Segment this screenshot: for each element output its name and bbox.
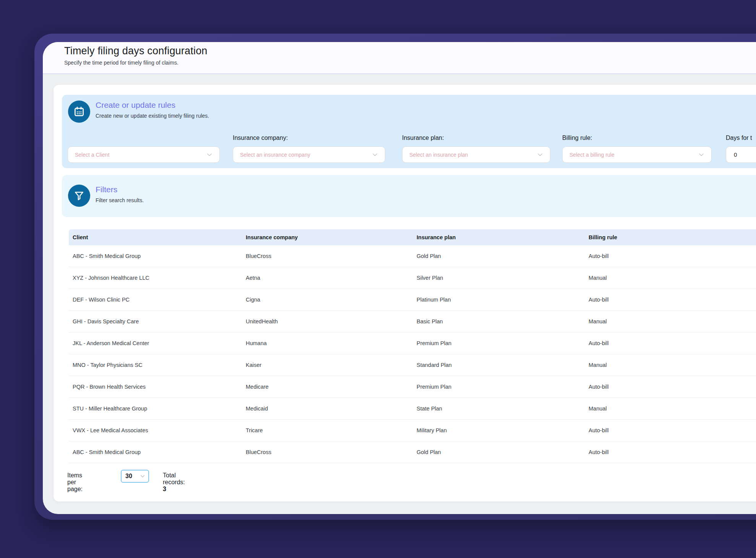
table-cell: Platinum Plan <box>413 297 585 303</box>
table-cell: Aetna <box>242 275 413 281</box>
table-cell: GHI - Davis Specialty Care <box>69 318 242 324</box>
client-select-placeholder: Select a Client <box>75 152 109 158</box>
chevron-down-icon <box>139 473 146 480</box>
table-cell: Medicare <box>242 384 413 390</box>
table-row: MNO - Taylor Physicians SCKaiserStandard… <box>69 354 756 376</box>
table-body: ABC - Smith Medical GroupBlueCrossGold P… <box>69 245 756 463</box>
table-cell: DEF - Wilson Clinic PC <box>69 297 242 303</box>
billing-rule-placeholder: Select a billing rule <box>569 152 615 158</box>
insurance-company-label: Insurance company: <box>233 135 288 141</box>
calendar-icon <box>68 101 90 123</box>
table-cell: Auto-bill <box>585 253 756 259</box>
table-cell: Manual <box>585 406 756 412</box>
table-cell: Military Plan <box>413 427 585 433</box>
funnel-icon <box>68 185 90 207</box>
client-select[interactable]: Select a Client <box>68 146 220 163</box>
create-rules-title: Create or update rules <box>96 101 175 110</box>
table-cell: ABC - Smith Medical Group <box>69 253 242 259</box>
table-row: DEF - Wilson Clinic PCCignaPlatinum Plan… <box>69 289 756 311</box>
table-cell: Auto-bill <box>585 340 756 346</box>
table-cell: UnitedHealth <box>242 318 413 324</box>
chevron-down-icon <box>698 151 705 159</box>
insurance-plan-placeholder: Select an insurance plan <box>409 152 468 158</box>
filters-subtitle: Filter search results. <box>96 197 144 203</box>
rules-table: Client Insurance company Insurance plan … <box>69 229 756 463</box>
insurance-company-select[interactable]: Select an insurance company <box>233 146 385 163</box>
column-header-billing-rule: Billing rule <box>585 234 756 240</box>
days-label: Days for t <box>726 135 752 141</box>
filters-section: Filters Filter search results. <box>62 175 756 217</box>
days-input[interactable] <box>726 146 756 163</box>
table-cell: Premium Plan <box>413 340 585 346</box>
table-row: ABC - Smith Medical GroupBlueCrossGold P… <box>69 245 756 267</box>
column-header-insurance-company: Insurance company <box>242 234 413 240</box>
content-panel: Create or update rules Create new or upd… <box>54 85 756 501</box>
table-cell: Manual <box>585 362 756 368</box>
table-cell: BlueCross <box>242 253 413 259</box>
insurance-plan-label: Insurance plan: <box>402 135 444 141</box>
table-cell: Gold Plan <box>413 449 585 455</box>
column-header-insurance-plan: Insurance plan <box>413 234 585 240</box>
table-cell: Manual <box>585 318 756 324</box>
table-cell: Auto-bill <box>585 297 756 303</box>
table-row: GHI - Davis Specialty CareUnitedHealthBa… <box>69 311 756 333</box>
total-records-value: 3 <box>163 486 166 492</box>
billing-rule-label: Billing rule: <box>562 135 592 141</box>
chevron-down-icon <box>371 151 379 159</box>
table-cell: Silver Plan <box>413 275 585 281</box>
table-cell: Tricare <box>242 427 413 433</box>
table-cell: Auto-bill <box>585 427 756 433</box>
table-cell: BlueCross <box>242 449 413 455</box>
table-row: JKL - Anderson Medical CenterHumanaPremi… <box>69 333 756 354</box>
insurance-plan-select[interactable]: Select an insurance plan <box>402 146 550 163</box>
table-header-row: Client Insurance company Insurance plan … <box>69 229 756 245</box>
table-cell: VWX - Lee Medical Associates <box>69 427 242 433</box>
table-cell: STU - Miller Healthcare Group <box>69 406 242 412</box>
table-cell: Manual <box>585 275 756 281</box>
items-per-page-value: 30 <box>125 473 132 480</box>
insurance-company-placeholder: Select an insurance company <box>240 152 310 158</box>
table-cell: Basic Plan <box>413 318 585 324</box>
column-header-client: Client <box>69 234 242 240</box>
main-card: Timely filing days configuration Specify… <box>43 42 756 514</box>
table-cell: State Plan <box>413 406 585 412</box>
table-cell: XYZ - Johnson Healthcare LLC <box>69 275 242 281</box>
table-cell: Auto-bill <box>585 384 756 390</box>
table-cell: Gold Plan <box>413 253 585 259</box>
table-row: ABC - Smith Medical GroupBlueCrossGold P… <box>69 441 756 463</box>
table-cell: Standard Plan <box>413 362 585 368</box>
total-records-label: Total records: <box>163 472 185 485</box>
card-header: Timely filing days configuration Specify… <box>43 42 756 74</box>
table-row: STU - Miller Healthcare GroupMedicaidSta… <box>69 398 756 420</box>
create-rules-section: Create or update rules Create new or upd… <box>62 95 756 168</box>
table-row: XYZ - Johnson Healthcare LLCAetnaSilver … <box>69 267 756 289</box>
table-cell: PQR - Brown Health Services <box>69 384 242 390</box>
table-row: VWX - Lee Medical AssociatesTricareMilit… <box>69 420 756 441</box>
table-row: PQR - Brown Health ServicesMedicarePremi… <box>69 376 756 398</box>
table-cell: Kaiser <box>242 362 413 368</box>
page-subtitle: Specify the time period for timely filin… <box>64 60 178 66</box>
filters-title: Filters <box>96 185 117 194</box>
create-rules-subtitle: Create new or update existing timely fil… <box>96 113 209 119</box>
items-per-page-select[interactable]: 30 <box>121 470 149 483</box>
table-cell: JKL - Anderson Medical Center <box>69 340 242 346</box>
chevron-down-icon <box>536 151 544 159</box>
page-title: Timely filing days configuration <box>64 45 208 57</box>
chevron-down-icon <box>206 151 213 159</box>
table-cell: Humana <box>242 340 413 346</box>
table-cell: ABC - Smith Medical Group <box>69 449 242 455</box>
table-cell: Cigna <box>242 297 413 303</box>
billing-rule-select[interactable]: Select a billing rule <box>562 146 712 163</box>
table-cell: Auto-bill <box>585 449 756 455</box>
table-cell: MNO - Taylor Physicians SC <box>69 362 242 368</box>
total-records: Total records: 3 <box>163 472 185 493</box>
table-cell: Medicaid <box>242 406 413 412</box>
items-per-page-label: Items per page: <box>67 472 83 493</box>
table-cell: Premium Plan <box>413 384 585 390</box>
